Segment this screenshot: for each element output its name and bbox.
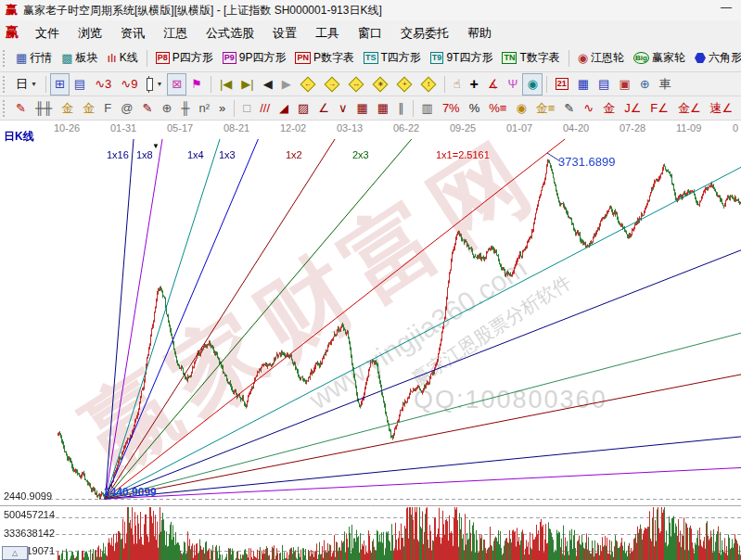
gold-cycle2-button[interactable]: 金 (78, 97, 99, 120)
navigation-toolbar: 日▼⊞▤∿3∿9▼⊠⚑|◀▶|◀▶←→↔∗+↕☝+∡Ψ◉21▦▤▣⊕車 (0, 72, 741, 96)
gold-line-button[interactable]: 金 (598, 97, 620, 120)
cycle-ruler-button[interactable]: ╫╫ (31, 97, 57, 120)
date-tick-label: 08-21 (224, 122, 249, 134)
shade-box-button[interactable]: ▨ (293, 97, 313, 120)
info-panel-button[interactable]: ▤ (70, 73, 90, 95)
v-lines-button[interactable]: ∨ (334, 97, 352, 120)
shift-right-button[interactable]: → (320, 73, 344, 95)
expand-h-button[interactable]: ↔ (344, 73, 368, 95)
menu-item-4[interactable]: 公式选股 (197, 21, 263, 45)
gold-cycle-button[interactable]: 金 (57, 97, 78, 120)
marker-pen-button[interactable]: ✎ (559, 97, 579, 120)
zoom-all-button[interactable]: ∗ (368, 73, 392, 95)
prev-bar-button[interactable]: ◀ (259, 73, 277, 95)
gold-angle-button[interactable]: 金∠ (673, 97, 706, 120)
date-tick-label: 04-20 (563, 122, 589, 134)
menu-item-0[interactable]: 文件 (26, 21, 69, 45)
spiral-icon: @ (121, 102, 133, 114)
menu-item-8[interactable]: 交易委托 (391, 21, 458, 45)
menu-item-5[interactable]: 设置 (263, 21, 306, 45)
gold-circle-button[interactable]: ◉ (511, 97, 530, 120)
expand-v-button[interactable]: ↕ (416, 73, 441, 95)
first-bar-button[interactable]: |◀ (215, 73, 236, 95)
crosshair-button[interactable]: + (466, 73, 483, 95)
p-square-button[interactable]: P8P四方形 (151, 47, 218, 70)
speed-angle-button[interactable]: 速∠ (706, 97, 738, 120)
hand-tool-button[interactable]: ☝ (449, 73, 466, 95)
calculator-button[interactable]: ▦ (573, 73, 594, 95)
period-day-button[interactable]: 日▼ (11, 73, 42, 95)
kline-button[interactable]: ılıK线 (103, 47, 143, 70)
menu-item-6[interactable]: 工具 (306, 21, 349, 45)
parallel-lines-button[interactable]: ∥ (393, 97, 409, 120)
grid-tool2-button[interactable]: ▦ (373, 97, 393, 120)
more-tools-button[interactable]: » (214, 97, 230, 120)
wave-tool-button[interactable]: ∿ (579, 97, 598, 120)
dropdown-arrow-icon: ▼ (156, 81, 162, 87)
fan-tool-button[interactable]: /// (255, 97, 275, 120)
gann-grid-button[interactable]: ⊠ (167, 73, 186, 95)
menu-item-9[interactable]: 帮助 (458, 21, 501, 45)
percent-lines-button[interactable]: %≡ (484, 97, 511, 120)
calendar-button[interactable]: 21 (551, 73, 573, 95)
network-button[interactable]: ⊕ (635, 73, 655, 95)
tb3-grip[interactable] (3, 100, 8, 117)
volume-axis-label: 333638142 (4, 528, 55, 539)
t9-square-button[interactable]: T99T四方形 (426, 47, 498, 70)
angle-lines-button[interactable]: ∠ (313, 97, 334, 120)
n-square-button[interactable]: n² (195, 97, 215, 120)
candle-style-button[interactable]: ▼ (142, 73, 167, 95)
scale-tool-button[interactable]: ▥ (417, 97, 438, 120)
menu-item-7[interactable]: 窗口 (349, 21, 391, 45)
menu-item-3[interactable]: 江恩 (154, 21, 197, 45)
hash-tool-button[interactable]: ╫ (176, 97, 194, 120)
wave9-button[interactable]: ∿9 (116, 73, 142, 95)
percent-button[interactable]: % (465, 97, 485, 120)
p9-square-button[interactable]: P99P四方形 (218, 47, 291, 70)
f-angle-button[interactable]: F∠ (645, 97, 673, 120)
pct7-button[interactable]: 7% (438, 97, 465, 120)
t-number-table-button[interactable]: TNT数字表 (497, 47, 564, 70)
menu-item-2[interactable]: 资讯 (111, 21, 154, 45)
menu-item-1[interactable]: 浏览 (69, 21, 111, 45)
flag-button[interactable]: ⚑ (186, 73, 207, 95)
t-number-table-button-label: T数字表 (519, 50, 559, 66)
angle-tool-button[interactable]: ∡ (483, 73, 504, 95)
winner-wheel-button[interactable]: Big赢家轮 (629, 47, 690, 70)
wave3-button[interactable]: ∿3 (90, 73, 116, 95)
sectors-button[interactable]: ▩板块 (57, 47, 102, 70)
box-tool-button[interactable]: □ (238, 97, 255, 120)
layout-button[interactable]: ⊞ (50, 73, 70, 95)
tb2-grip[interactable] (3, 76, 8, 93)
move-all-button[interactable]: + (392, 73, 416, 95)
notes-button[interactable]: ▤ (594, 73, 614, 95)
last-bar-button[interactable]: ▶| (236, 73, 258, 95)
j-angle-button[interactable]: J∠ (620, 97, 645, 120)
save-button[interactable]: ▣ (614, 73, 634, 95)
brush-tool-button[interactable]: ✎ (11, 97, 31, 120)
tree-tool-button[interactable]: Ψ (504, 73, 523, 95)
trade-cart-button[interactable]: 車 (655, 73, 676, 95)
circle-cycle-button[interactable]: ⊕ (157, 97, 176, 120)
t-square-button[interactable]: TST四方形 (359, 47, 426, 70)
fan-shade-button[interactable]: ◢ (275, 97, 293, 120)
gann-wheel-button[interactable]: ◉江恩轮 (573, 47, 629, 70)
fib-cycle-button[interactable]: F (99, 97, 116, 120)
date-tick-label: 03-13 (337, 122, 363, 134)
pen-cycle-button[interactable]: ✎ (137, 97, 157, 120)
hexagon-button[interactable]: 六角形 (690, 47, 741, 70)
next-bar-button[interactable]: ▶ (277, 73, 296, 95)
p-number-table-button[interactable]: PNP数字表 (290, 47, 359, 70)
win-tool-button[interactable]: 赢 (737, 97, 741, 120)
quotes-button[interactable]: ▦行情 (11, 47, 57, 70)
spiral-button[interactable]: @ (116, 97, 137, 120)
shift-left-button[interactable]: ← (296, 73, 320, 95)
brain-tool-button[interactable]: ◉ (522, 73, 542, 95)
gann-fan-label: 1x4 (187, 149, 204, 160)
tb1-grip[interactable] (3, 50, 8, 67)
mini-chart-restore-button[interactable]: △ (2, 546, 28, 560)
minimize-button[interactable]: — (721, 1, 732, 14)
gold-lines-button[interactable]: 金≡ (531, 97, 560, 120)
grid-tool-button[interactable]: ▦ (351, 97, 372, 120)
toolbar-separator (147, 50, 147, 67)
